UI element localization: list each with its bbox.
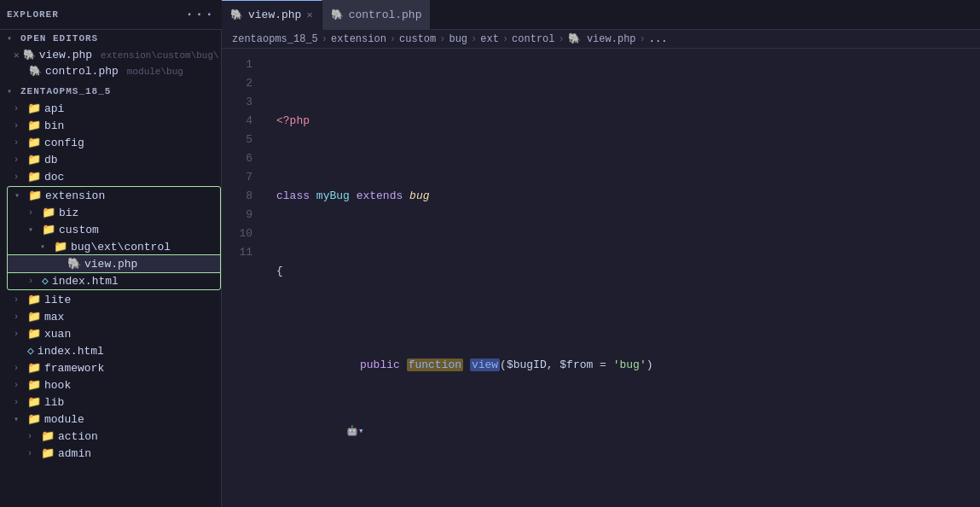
tree-extension[interactable]: 📁 extension [8,187,220,204]
control-php-name: control.php [45,65,119,78]
code-line-2: class myBug extends bug [276,187,966,206]
ctrl-file-icon: 🐘 [331,9,344,21]
custom-folder-icon: 📁 [42,223,55,236]
index-html-ext-label: index.html [52,275,119,288]
admin-arrow [27,449,38,458]
breadcrumb-extension[interactable]: extension [331,33,386,45]
config-label: config [44,137,84,149]
breadcrumb-control[interactable]: control [512,33,554,45]
control-php-path: module\bug [127,67,183,77]
tab-view-php-label: view.php [248,9,301,21]
bug-label: bug\ext\control [71,241,171,253]
tree-bug-ext-control[interactable]: 📁 bug\ext\control [8,238,220,255]
db-arrow [14,155,24,165]
open-editors-section[interactable]: OPEN EDITORS [0,30,221,47]
breadcrumb-php-icon: 🐘 [568,33,581,45]
bug-folder-icon: 📁 [54,240,67,253]
tree-action[interactable]: 📁 action [7,428,221,445]
tab-view-php[interactable]: 🐘 view.php ✕ [222,0,322,30]
tree-max[interactable]: 📁 max [7,308,221,325]
xuan-label: xuan [44,328,71,341]
lib-folder-icon: 📁 [27,395,41,409]
tree-config[interactable]: 📁 config [7,134,221,151]
tree-doc[interactable]: 📁 doc [7,168,221,185]
view-php-tree-label: view.php [84,258,137,271]
breadcrumb-ellipsis[interactable]: ... [649,33,668,45]
hook-label: hook [44,379,71,392]
file-tree: 📁 api 📁 bin 📁 config 📁 db [0,100,221,462]
action-arrow [27,432,38,441]
extension-arrow [14,190,25,201]
code-line-3: { [276,262,966,281]
biz-arrow [28,208,38,218]
tree-root[interactable]: ZENTAOPMS_18_5 [0,83,221,100]
lib-label: lib [44,396,64,409]
tree-root-arrow [7,86,17,96]
tree-module[interactable]: 📁 module [7,411,221,428]
tree-framework[interactable]: 📁 framework [7,359,221,376]
action-label: action [58,430,98,443]
tree-biz[interactable]: 📁 biz [8,204,220,221]
admin-label: admin [58,447,91,460]
lite-folder-icon: 📁 [27,293,41,306]
hook-folder-icon: 📁 [27,378,41,392]
tab-control-php[interactable]: 🐘 control.php [322,0,432,30]
tree-root-label: ZENTAOPMS_18_5 [20,86,111,96]
tree-xuan[interactable]: 📁 xuan [7,325,221,342]
code-line-4: public function view($bugID, $from = 'bu… [276,337,966,393]
explorer-section-header: EXPLORER ··· [0,7,222,22]
editor-area: zentaopms_18_5 › extension › custom › bu… [222,30,980,507]
tree-api[interactable]: 📁 api [7,100,221,117]
tree-view-php[interactable]: 🐘 view.php [8,255,220,272]
hook-arrow [14,381,24,390]
custom-arrow [28,224,38,235]
framework-folder-icon: 📁 [27,361,41,375]
admin-folder-icon: 📁 [41,446,55,460]
tree-db[interactable]: 📁 db [7,151,221,168]
view-php-icon: 🐘 [23,49,36,61]
breadcrumb-view-php[interactable]: 🐘 view.php [568,32,636,45]
db-label: db [44,154,58,166]
tree-lite[interactable]: 📁 lite [7,291,221,308]
api-arrow [14,104,24,114]
module-folder-icon: 📁 [27,412,41,426]
tree-lib[interactable]: 📁 lib [7,393,221,411]
open-editors-label: OPEN EDITORS [20,33,98,44]
breadcrumb-root[interactable]: zentaopms_18_5 [232,33,318,45]
open-editor-view-php[interactable]: ✕ 🐘 view.php extension\custom\bug\... [0,47,221,63]
open-editor-control-php[interactable]: 🐘 control.php module\bug [0,63,221,79]
doc-folder-icon: 📁 [27,170,41,184]
tree-index-html-root[interactable]: ◇ index.html [7,342,221,359]
title-bar: EXPLORER ··· 🐘 view.php ✕ 🐘 control.php [0,0,980,30]
tree-custom[interactable]: 📁 custom [8,221,220,238]
tree-bin[interactable]: 📁 bin [7,117,221,134]
api-label: api [44,102,64,115]
tree-index-html-ext[interactable]: ◇ index.html [8,272,220,289]
code-line-1: <?php [276,112,966,131]
api-folder-icon: 📁 [27,102,41,115]
breadcrumb-bug[interactable]: bug [449,33,467,45]
tab-view-php-close[interactable]: ✕ [306,9,312,21]
index-html-ext-arrow [28,277,38,286]
extension-label: extension [45,189,105,202]
doc-arrow [14,172,24,182]
biz-label: biz [59,207,78,219]
code-editor[interactable]: 1 2 3 4 5 6 7 8 9 10 11 <?php class myBu… [222,49,980,507]
action-folder-icon: 📁 [41,429,55,443]
breadcrumb-custom[interactable]: custom [399,33,436,45]
tree-extension-border: 📁 extension 📁 biz 📁 custom [7,186,221,290]
breadcrumb-ext[interactable]: ext [480,33,499,45]
bin-folder-icon: 📁 [27,119,41,132]
tree-admin[interactable]: 📁 admin [7,445,221,462]
bin-label: bin [44,119,64,132]
db-folder-icon: 📁 [27,153,41,166]
line-numbers: 1 2 3 4 5 6 7 8 9 10 11 [222,55,263,500]
main-layout: OPEN EDITORS ✕ 🐘 view.php extension\cust… [0,30,980,507]
sidebar: OPEN EDITORS ✕ 🐘 view.php extension\cust… [0,30,222,507]
biz-folder-icon: 📁 [42,206,55,219]
explorer-menu-icon[interactable]: ··· [185,7,215,22]
bug-arrow [40,242,50,252]
config-arrow [14,138,24,148]
tree-hook[interactable]: 📁 hook [7,376,221,393]
open-editor-close-icon[interactable]: ✕ [14,50,20,61]
